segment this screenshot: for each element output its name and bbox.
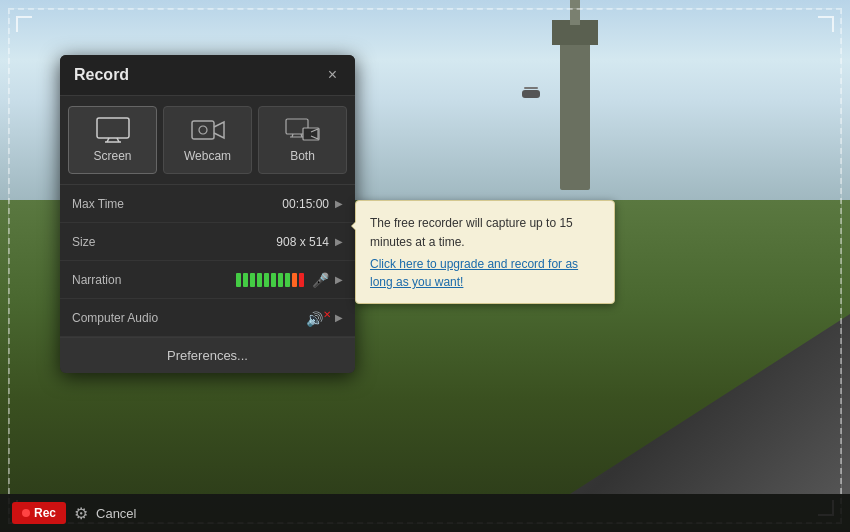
rec-dot: [22, 509, 30, 517]
mode-screen-button[interactable]: Screen: [68, 106, 157, 174]
svg-point-5: [199, 126, 207, 134]
dialog-title: Record: [74, 66, 129, 84]
bar-10: [299, 273, 304, 287]
screen-icon: [95, 117, 131, 143]
cancel-button[interactable]: Cancel: [96, 506, 136, 521]
mode-webcam-button[interactable]: Webcam: [163, 106, 252, 174]
mode-webcam-label: Webcam: [184, 149, 231, 163]
close-button[interactable]: ×: [324, 65, 341, 85]
max-time-arrow: ▶: [335, 198, 343, 209]
tooltip-upgrade-link[interactable]: Click here to upgrade and record for as …: [370, 255, 600, 291]
setting-computer-audio[interactable]: Computer Audio 🔊✕ ▶: [60, 299, 355, 337]
svg-rect-4: [192, 121, 214, 139]
max-time-label: Max Time: [72, 197, 282, 211]
settings-section: Max Time 00:15:00 ▶ Size 908 x 514 ▶ Nar…: [60, 184, 355, 337]
record-dialog: Record × Screen Webcam: [60, 55, 355, 373]
svg-rect-0: [97, 118, 129, 138]
bar-4: [257, 273, 262, 287]
both-icon: [285, 117, 321, 143]
mic-icon: 🎤: [312, 272, 329, 288]
speaker-icon: 🔊✕: [306, 309, 331, 327]
dialog-header: Record ×: [60, 55, 355, 96]
mode-both-label: Both: [290, 149, 315, 163]
narration-arrow: ▶: [335, 274, 343, 285]
bar-3: [250, 273, 255, 287]
bar-2: [243, 273, 248, 287]
bar-7: [278, 273, 283, 287]
narration-bar: 🎤: [236, 272, 329, 288]
bar-8: [285, 273, 290, 287]
audio-arrow: ▶: [335, 312, 343, 323]
tooltip-text: The free recorder will capture up to 15 …: [370, 216, 573, 249]
setting-size[interactable]: Size 908 x 514 ▶: [60, 223, 355, 261]
setting-max-time[interactable]: Max Time 00:15:00 ▶: [60, 185, 355, 223]
size-arrow: ▶: [335, 236, 343, 247]
bottom-bar: Rec ⚙ Cancel: [0, 494, 850, 532]
size-value: 908 x 514: [276, 235, 329, 249]
settings-gear-icon[interactable]: ⚙: [74, 504, 88, 523]
webcam-icon: [190, 117, 226, 143]
tower-decoration: [560, 40, 590, 190]
bar-5: [264, 273, 269, 287]
max-time-value: 00:15:00: [282, 197, 329, 211]
bar-9: [292, 273, 297, 287]
mode-both-button[interactable]: Both: [258, 106, 347, 174]
narration-label: Narration: [72, 273, 236, 287]
tooltip-bubble: The free recorder will capture up to 15 …: [355, 200, 615, 304]
mode-section: Screen Webcam Both: [60, 96, 355, 184]
computer-audio-label: Computer Audio: [72, 311, 306, 325]
preferences-button[interactable]: Preferences...: [60, 337, 355, 373]
rec-button[interactable]: Rec: [12, 502, 66, 524]
helicopter-decoration: [522, 90, 540, 98]
bar-1: [236, 273, 241, 287]
mode-screen-label: Screen: [93, 149, 131, 163]
mute-x: ✕: [323, 309, 331, 320]
bar-6: [271, 273, 276, 287]
setting-narration[interactable]: Narration 🎤 ▶: [60, 261, 355, 299]
size-label: Size: [72, 235, 276, 249]
rec-label: Rec: [34, 506, 56, 520]
